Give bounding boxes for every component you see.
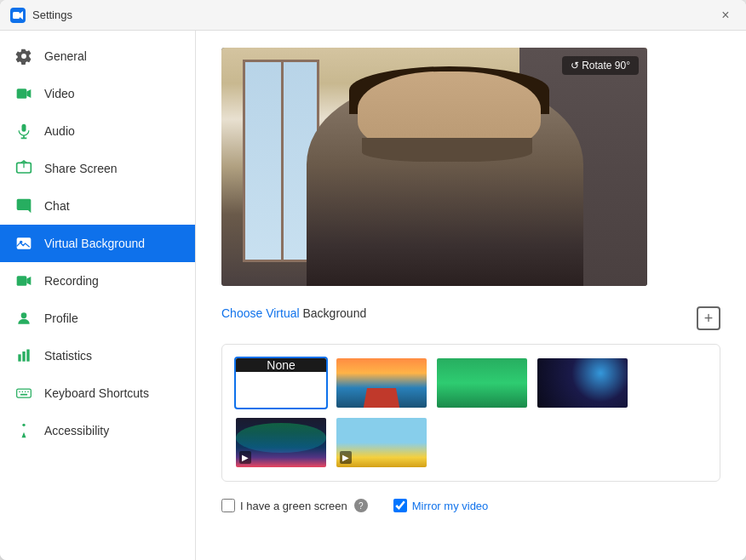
profile-icon <box>14 308 34 329</box>
recording-icon <box>14 271 34 291</box>
sidebar-item-keyboard-shortcuts[interactable]: Keyboard Shortcuts <box>0 374 195 412</box>
main-content: General Video Audio Sha <box>0 31 746 560</box>
settings-window: Settings × General Video <box>0 0 746 560</box>
section-title: Choose Virtual Background <box>221 306 366 320</box>
svg-rect-0 <box>13 12 20 19</box>
help-icon[interactable]: ? <box>354 499 368 512</box>
sidebar-item-audio[interactable]: Audio <box>0 112 195 150</box>
choose-label: Choose <box>221 306 262 320</box>
keyboard-icon <box>14 383 34 403</box>
footer-options: I have a green screen ? Mirror my video <box>221 499 720 512</box>
app-icon <box>10 8 26 23</box>
background-label: Background <box>302 306 366 320</box>
camera-preview: ↺ Rotate 90° <box>221 48 647 286</box>
window-title: Settings <box>32 9 72 21</box>
bg-nature[interactable] <box>435 357 529 409</box>
virtual-label: Virtual <box>266 306 299 320</box>
close-button[interactable]: × <box>715 5 736 26</box>
sidebar: General Video Audio Sha <box>0 31 196 560</box>
accessibility-icon <box>14 420 34 441</box>
sidebar-label-keyboard-shortcuts: Keyboard Shortcuts <box>44 386 149 400</box>
green-screen-label: I have a green screen <box>240 500 347 512</box>
main-panel: ↺ Rotate 90° Choose Virtual Background + <box>196 31 746 560</box>
sidebar-item-recording[interactable]: Recording <box>0 262 195 300</box>
mirror-video-group: Mirror my video <box>393 499 489 512</box>
video-indicator-aurora: ▶ <box>239 451 251 464</box>
sidebar-item-profile[interactable]: Profile <box>0 300 195 337</box>
svg-marker-11 <box>26 277 31 285</box>
svg-rect-15 <box>26 350 29 362</box>
share-screen-icon <box>14 158 34 179</box>
sidebar-label-virtual-background: Virtual Background <box>44 237 145 250</box>
sidebar-item-virtual-background[interactable]: Virtual Background <box>0 225 195 262</box>
sidebar-item-video[interactable]: Video <box>0 75 195 112</box>
bg-none[interactable]: None <box>234 357 328 409</box>
title-bar: Settings × <box>0 0 746 31</box>
sidebar-item-chat[interactable]: Chat <box>0 187 195 225</box>
bg-beach[interactable]: ▶ <box>335 416 428 469</box>
sidebar-item-general[interactable]: General <box>0 37 195 75</box>
microphone-icon <box>14 121 34 141</box>
zoom-logo <box>13 10 23 20</box>
sidebar-label-video: Video <box>44 87 75 100</box>
gear-icon <box>14 46 34 66</box>
background-grid: None ▶ <box>221 344 720 482</box>
statistics-icon <box>14 346 34 366</box>
green-screen-group: I have a green screen ? <box>221 499 368 512</box>
rotate-button[interactable]: ↺ Rotate 90° <box>562 56 639 75</box>
svg-rect-4 <box>22 124 26 132</box>
mirror-video-label: Mirror my video <box>412 500 489 512</box>
sidebar-label-statistics: Statistics <box>44 349 92 363</box>
svg-rect-2 <box>17 89 27 99</box>
sidebar-label-profile: Profile <box>44 311 78 325</box>
section-header: Choose Virtual Background + <box>221 306 720 332</box>
mirror-video-checkbox[interactable] <box>393 499 407 512</box>
svg-point-22 <box>22 424 25 426</box>
svg-point-12 <box>21 312 27 318</box>
svg-rect-14 <box>22 351 25 362</box>
bg-bridge[interactable] <box>335 357 428 409</box>
video-camera-icon <box>14 83 34 104</box>
sidebar-label-accessibility: Accessibility <box>44 424 109 437</box>
video-indicator-beach: ▶ <box>340 451 352 464</box>
svg-rect-10 <box>17 276 27 286</box>
svg-rect-16 <box>17 389 32 397</box>
sidebar-label-chat: Chat <box>44 199 70 213</box>
add-background-button[interactable]: + <box>697 306 720 330</box>
sidebar-label-general: General <box>44 49 87 63</box>
chat-bubble-icon <box>14 196 34 216</box>
sidebar-label-recording: Recording <box>44 274 99 288</box>
title-bar-left: Settings <box>10 8 72 23</box>
green-screen-checkbox[interactable] <box>221 499 235 512</box>
svg-rect-13 <box>18 354 20 361</box>
sidebar-item-accessibility[interactable]: Accessibility <box>0 412 195 449</box>
svg-marker-3 <box>26 89 31 98</box>
sidebar-item-share-screen[interactable]: Share Screen <box>0 150 195 187</box>
sidebar-label-share-screen: Share Screen <box>44 162 118 175</box>
virtual-bg-icon <box>14 233 34 254</box>
bg-aurora[interactable]: ▶ <box>234 416 328 469</box>
none-label: None <box>236 358 326 372</box>
bg-space[interactable] <box>536 357 629 409</box>
svg-marker-1 <box>20 11 23 20</box>
sidebar-label-audio: Audio <box>44 124 75 138</box>
sidebar-item-statistics[interactable]: Statistics <box>0 337 195 374</box>
